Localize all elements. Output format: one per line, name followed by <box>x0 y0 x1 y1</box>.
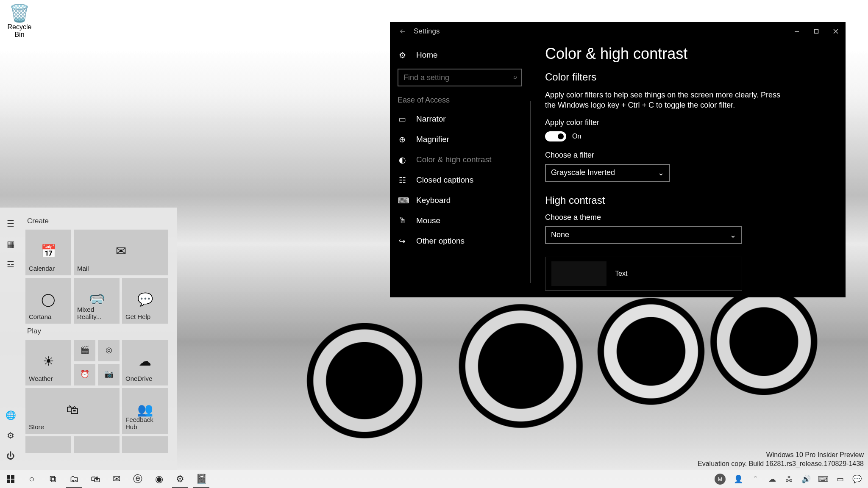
tray-overflow-icon[interactable]: ˄ <box>747 470 764 488</box>
tile-small-alarms[interactable]: ⏰ <box>74 364 95 385</box>
tray-people-icon[interactable]: 👤 <box>730 470 747 488</box>
start-rail: ☰ ▦ ☲ 🌐 ⚙ ⏻ <box>0 208 21 470</box>
tile-onedrive[interactable]: ☁OneDrive <box>122 340 168 385</box>
taskbar-app-store[interactable]: 🛍 <box>85 470 106 488</box>
feedback-icon: 👥 <box>137 402 153 417</box>
sidebar-item-narrator[interactable]: ▭ Narrator <box>390 109 530 129</box>
windows-watermark: Windows 10 Pro Insider Preview Evaluatio… <box>698 451 864 469</box>
tray-action-center-icon[interactable]: 💬 <box>849 470 865 488</box>
tile-feedback[interactable]: 👥Feedback Hub <box>122 388 168 434</box>
sidebar-item-magnifier[interactable]: ⊕ Magnifier <box>390 129 530 150</box>
sidebar-item-keyboard[interactable]: ⌨ Keyboard <box>390 190 530 211</box>
store-icon: 🛍 <box>66 402 79 417</box>
tile-get-help[interactable]: 💬Get Help <box>122 278 168 324</box>
taskbar: ○ ⧉ 🗂 🛍 ✉ ⓔ ◉ ⚙ 📓 M 👤 ˄ ☁ 🖧 🔊 ⌨ ▭ 💬 <box>0 470 868 488</box>
tile-partial-1[interactable] <box>25 436 71 453</box>
tray-onedrive-icon[interactable]: ☁ <box>764 470 781 488</box>
sidebar-item-mouse[interactable]: 🖱 Mouse <box>390 211 530 231</box>
start-button[interactable] <box>0 470 21 488</box>
cortana-button[interactable]: ○ <box>21 470 42 488</box>
calendar-icon: 📅 <box>41 244 56 258</box>
tile-mail[interactable]: ✉Mail <box>74 230 168 275</box>
tile-cortana[interactable]: ◯Cortana <box>25 278 71 324</box>
taskbar-app-settings[interactable]: ⚙ <box>170 470 191 488</box>
sidebar-item-label: Narrator <box>416 114 446 124</box>
window-title: Settings <box>414 27 440 36</box>
svg-rect-3 <box>11 475 14 479</box>
group-play-title: Play <box>27 327 173 336</box>
minimize-button[interactable] <box>787 22 807 41</box>
vr-icon: 🥽 <box>89 292 105 307</box>
keyboard-icon: ⌨ <box>398 196 407 205</box>
weather-icon: ☀ <box>43 354 54 369</box>
preview-swatch <box>551 261 606 286</box>
taskbar-app-photos[interactable]: ◉ <box>148 470 170 488</box>
tray-network-icon[interactable]: 🖧 <box>781 470 798 488</box>
contrast-icon: ◐ <box>398 155 407 165</box>
titlebar: Settings <box>390 22 846 41</box>
people-avatar[interactable]: M <box>715 474 726 485</box>
svg-rect-1 <box>815 30 818 33</box>
taskbar-app-mail[interactable]: ✉ <box>106 470 127 488</box>
sidebar-item-label: Other options <box>416 236 465 246</box>
maximize-button[interactable] <box>807 22 826 41</box>
tile-partial-3[interactable] <box>122 436 168 453</box>
tile-store[interactable]: 🛍Store <box>25 388 120 434</box>
tile-small-movies[interactable]: 🎬 <box>74 340 95 361</box>
choose-filter-label: Choose a filter <box>545 151 846 160</box>
sidebar-item-other-options[interactable]: ↪ Other options <box>390 231 530 251</box>
svg-rect-2 <box>7 475 10 479</box>
tray-volume-icon[interactable]: 🔊 <box>798 470 815 488</box>
filter-dropdown[interactable]: Grayscale Inverted ⌄ <box>545 164 670 182</box>
tile-mixed-reality[interactable]: 🥽Mixed Reality... <box>74 278 120 324</box>
recycle-bin-label: Recycle Bin <box>3 23 36 38</box>
taskbar-app-notepad[interactable]: 📓 <box>191 470 212 488</box>
start-power-icon[interactable]: ⏻ <box>0 446 21 466</box>
recycle-bin[interactable]: 🗑️ Recycle Bin <box>3 3 36 38</box>
svg-rect-4 <box>7 480 10 483</box>
start-all-apps-icon[interactable]: ☲ <box>0 254 21 274</box>
close-button[interactable] <box>826 22 846 41</box>
taskbar-app-edge[interactable]: ⓔ <box>127 470 148 488</box>
settings-sidebar: ⚙ Home ⌕ Ease of Access ▭ Narrator ⊕ Mag… <box>390 41 530 297</box>
start-settings-icon[interactable]: ⚙ <box>0 425 21 446</box>
taskbar-app-explorer[interactable]: 🗂 <box>64 470 85 488</box>
start-account-icon[interactable]: 🌐 <box>0 405 21 425</box>
settings-search-input[interactable] <box>398 69 522 86</box>
theme-value: None <box>551 230 569 239</box>
cloud-icon: ☁ <box>139 354 151 369</box>
task-view-button[interactable]: ⧉ <box>42 470 64 488</box>
tray-keyboard-icon[interactable]: ⌨ <box>815 470 832 488</box>
tile-calendar[interactable]: 📅Calendar <box>25 230 71 275</box>
apply-filter-toggle[interactable] <box>545 131 566 141</box>
sidebar-item-closed-captions[interactable]: ☷ Closed captions <box>390 170 530 190</box>
divider <box>530 101 531 283</box>
tile-small-groove[interactable]: ◎ <box>98 340 120 361</box>
svg-rect-5 <box>11 480 14 483</box>
cc-icon: ☷ <box>398 175 407 185</box>
filter-value: Grayscale Inverted <box>551 168 615 177</box>
section-color-filters: Color filters <box>545 71 846 83</box>
theme-dropdown[interactable]: None ⌄ <box>545 226 742 244</box>
sidebar-home[interactable]: ⚙ Home <box>390 45 530 65</box>
clock-icon: ⏰ <box>80 369 89 378</box>
camera-icon: 📷 <box>104 369 114 378</box>
chevron-down-icon: ⌄ <box>730 230 736 240</box>
start-expand-button[interactable]: ☰ <box>0 214 21 234</box>
sidebar-item-color-high-contrast[interactable]: ◐ Color & high contrast <box>390 150 530 170</box>
arrow-icon: ↪ <box>398 236 407 246</box>
movies-icon: 🎬 <box>80 345 89 354</box>
start-pinned-icon[interactable]: ▦ <box>0 234 21 254</box>
back-button[interactable] <box>394 22 411 41</box>
gear-icon: ⚙ <box>398 50 407 60</box>
tray-input-icon[interactable]: ▭ <box>832 470 849 488</box>
chevron-down-icon: ⌄ <box>658 168 664 177</box>
sidebar-item-label: Color & high contrast <box>416 155 491 164</box>
tile-small-camera[interactable]: 📷 <box>98 364 120 385</box>
tile-weather[interactable]: ☀Weather <box>25 340 71 385</box>
choose-theme-label: Choose a theme <box>545 213 846 222</box>
group-create-title: Create <box>27 217 173 225</box>
sidebar-item-label: Magnifier <box>416 135 449 144</box>
toggle-state: On <box>572 133 581 140</box>
tile-partial-2[interactable] <box>74 436 120 453</box>
